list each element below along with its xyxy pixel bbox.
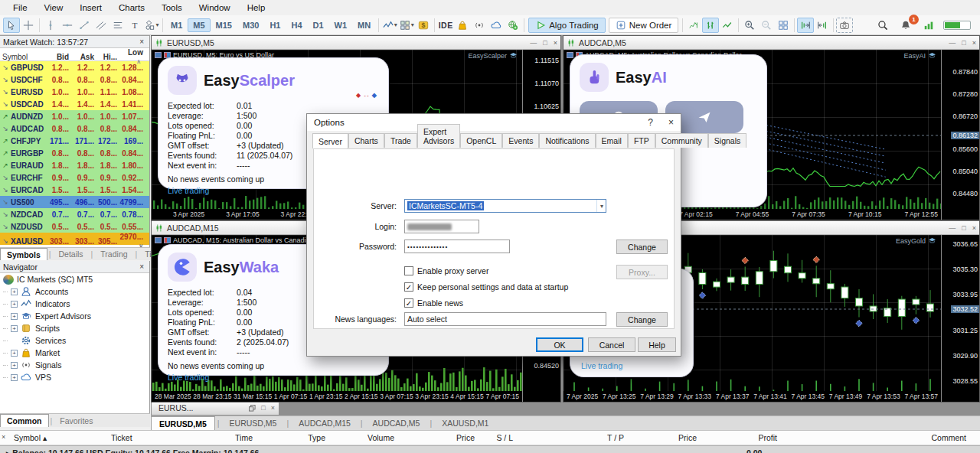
auto-scroll-icon[interactable]	[814, 18, 831, 33]
navigator-item-indicators[interactable]: +Indicators	[0, 298, 149, 310]
market-bag-icon[interactable]	[454, 18, 471, 33]
dialog-tab-opencl[interactable]: OpenCL	[460, 133, 502, 148]
oneclick-icon[interactable]	[567, 52, 573, 58]
dialog-tab-events[interactable]: Events	[502, 133, 539, 148]
restore-icon[interactable]	[249, 405, 256, 412]
navigator-item-signals[interactable]: +Signals	[0, 359, 149, 371]
navigator-item-accounts[interactable]: +Accounts	[0, 285, 149, 298]
tab-trading[interactable]: Trading	[94, 248, 133, 260]
change-password-button[interactable]: Change	[616, 240, 668, 254]
market-watch-row-usdchf[interactable]: ↘USDCHF0.8...0.8...0.8...0.84...	[0, 73, 149, 86]
market-watch-row-xauusd[interactable]: ↘XAUUSD303...303...305...2970... ∨	[0, 233, 149, 245]
chart-tab-0-eurusd-m5[interactable]: EURUSD,M5	[151, 416, 215, 430]
market-watch-row-eurgbp[interactable]: ↗EURGBP0.8...0.8...0.8...0.84...	[0, 147, 149, 159]
minimize-icon[interactable]: —	[949, 39, 956, 47]
equidistant-channel-icon[interactable]	[93, 18, 109, 33]
dialog-tab-server[interactable]: Server	[312, 133, 348, 148]
dialog-tab-email[interactable]: Email	[596, 133, 628, 148]
tab-favorites[interactable]: Favorites	[54, 414, 99, 427]
algo-trading-button[interactable]: Algo Trading	[528, 18, 606, 33]
tick-chart-icon[interactable]	[685, 18, 702, 33]
expand-icon[interactable]: +	[11, 288, 18, 295]
dialog-tab-ftp[interactable]: FTP	[628, 133, 655, 148]
navigator-item-services[interactable]: Services	[0, 334, 149, 347]
timeframe-m5[interactable]: M5	[188, 18, 210, 32]
cursor-icon[interactable]	[3, 18, 20, 33]
market-watch-row-audcad[interactable]: ↘AUDCAD0.8...0.8...0.8...0.84...	[0, 122, 149, 135]
navigator-item-market[interactable]: +Market	[0, 347, 149, 359]
time-axis[interactable]: 7 Apr 20257 Apr 13:257 Apr 13:297 Apr 13…	[564, 391, 941, 402]
timeframe-h4[interactable]: H4	[286, 18, 307, 32]
dialog-tab-signals[interactable]: Signals	[708, 133, 746, 148]
menu-item-tools[interactable]: Tools	[153, 2, 191, 14]
toolbox-column-type[interactable]: Type	[264, 433, 325, 442]
market-watch-row-us500[interactable]: ↘US500495...496...500...4799...	[0, 196, 149, 208]
toolbox-column-ticket[interactable]: Ticket	[111, 433, 132, 442]
market-watch-row-eurcad[interactable]: ↘EURCAD1.5...1.5...1.5...1.54...	[0, 184, 149, 196]
expand-icon[interactable]: +	[11, 350, 18, 357]
login-field[interactable]	[404, 220, 479, 233]
navigator-item-expert-advisors[interactable]: +Expert Advisors	[0, 310, 149, 322]
market-watch-row-nzdcad[interactable]: ↘NZDCAD0.7...0.7...0.7...0.78...	[0, 208, 149, 220]
checkbox-box[interactable]: ✓	[404, 298, 413, 308]
zoom-in-icon[interactable]	[741, 18, 758, 33]
close-icon[interactable]: ×	[271, 404, 275, 412]
checkbox-enable-proxy-server[interactable]: Enable proxy server	[404, 266, 488, 275]
close-icon[interactable]: ×	[137, 37, 146, 46]
toolbox-column-time[interactable]: Time	[191, 433, 253, 442]
toolbox-column-profit[interactable]: Profit	[716, 433, 777, 442]
close-icon[interactable]: ×	[668, 117, 674, 128]
timeframe-d1[interactable]: D1	[308, 18, 329, 32]
oneclick-icon[interactable]	[155, 52, 162, 58]
chart-tab-4-xauusd-m1[interactable]: XAUUSD,M1	[434, 416, 496, 430]
market-watch-row-nzdusd[interactable]: ↘NZDUSD0.5...0.5...0.5...0.55...	[0, 220, 149, 233]
toolbox-column-volume[interactable]: Volume	[333, 433, 394, 442]
depth-icon[interactable]	[164, 237, 171, 243]
chart-window-titlebar[interactable]: EURUSD,M5—□×	[152, 36, 560, 50]
community-globe-icon[interactable]	[505, 18, 521, 33]
market-watch-row-audnzd[interactable]: ↗AUDNZD1.0...1.0...1.0...1.07...	[0, 110, 149, 122]
text-label-icon[interactable]: T	[126, 18, 143, 33]
expand-icon[interactable]: +	[11, 301, 18, 308]
navigator-root-account[interactable]: IC Markets (SC) MT5	[0, 273, 149, 285]
horizontal-line-icon[interactable]	[59, 18, 76, 33]
expand-icon[interactable]: +	[11, 313, 18, 320]
column-bid[interactable]: Bid	[46, 53, 71, 61]
indicators-icon[interactable]: ▾	[381, 18, 398, 33]
minimized-chart-window[interactable]: EURUS... □×	[151, 400, 279, 416]
fibonacci-icon[interactable]	[109, 18, 126, 33]
dialog-tab-community[interactable]: Community	[655, 133, 708, 148]
close-icon[interactable]: ×	[554, 39, 557, 47]
checkbox-enable-news[interactable]: ✓Enable news	[404, 298, 463, 308]
tile-windows-icon[interactable]	[775, 18, 792, 33]
price-scale[interactable]: 0.878400.872800.867200.856000.850400.844…	[941, 50, 979, 220]
timeframe-m30[interactable]: M30	[237, 18, 264, 32]
time-axis[interactable]: 28 Mar 202528 Mar 23:1531 Mar 15:151 Apr…	[152, 391, 522, 402]
menu-item-window[interactable]: Window	[191, 2, 239, 14]
menu-item-view[interactable]: View	[36, 2, 72, 14]
timeframe-m15[interactable]: M15	[211, 18, 237, 32]
expand-icon[interactable]: +	[11, 325, 18, 332]
column-ask[interactable]: Ask	[71, 53, 96, 61]
chart-tab-1-eurusd-m5[interactable]: EURUSD,M5	[222, 416, 285, 430]
live-trading-link[interactable]: Live trading	[581, 361, 622, 370]
market-watch-row-gbpusd[interactable]: ↘GBPUSD1.2...1.2...1.2...1.28...	[0, 61, 149, 73]
chart-objects-icon[interactable]: ▾	[398, 18, 415, 33]
news-languages-field[interactable]: Auto select	[404, 312, 606, 326]
chevron-down-icon[interactable]: ▾	[596, 200, 603, 212]
shift-end-icon[interactable]	[797, 18, 814, 33]
checkbox-box[interactable]	[404, 266, 413, 275]
trendline-icon[interactable]	[76, 18, 93, 33]
menu-item-insert[interactable]: Insert	[71, 2, 110, 14]
toolbox-column-price[interactable]: Price	[635, 433, 697, 442]
menu-item-charts[interactable]: Charts	[110, 2, 153, 14]
close-icon[interactable]: ×	[2, 433, 5, 441]
screenshot-camera-icon[interactable]	[836, 18, 853, 33]
checkbox-box[interactable]: ✓	[404, 282, 413, 292]
market-watch-row-chfjpy[interactable]: ↗CHFJPY171...171...172...169...	[0, 135, 149, 147]
minimize-icon[interactable]: —	[949, 224, 956, 232]
tab-common[interactable]: Common	[0, 414, 49, 427]
help-button[interactable]: Help	[638, 337, 676, 352]
zoom-out-icon[interactable]	[758, 18, 775, 33]
close-icon[interactable]: ×	[972, 39, 976, 47]
